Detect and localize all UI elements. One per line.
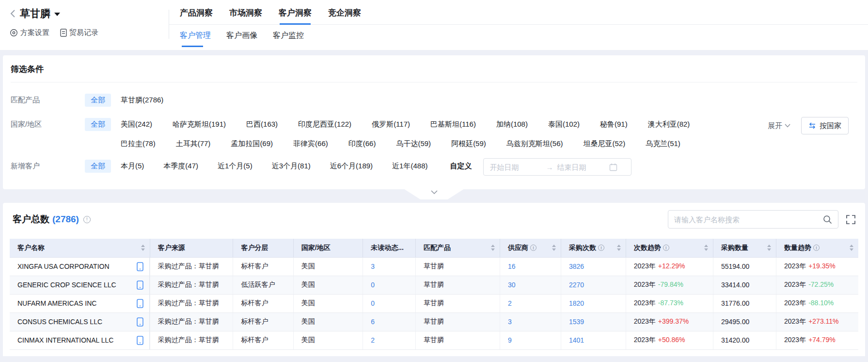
- unread-updates-link[interactable]: 6: [371, 318, 375, 326]
- column-header-6[interactable]: 供应商!: [500, 239, 561, 257]
- search-icon[interactable]: [823, 215, 832, 224]
- trade-records-button[interactable]: 贸易记录: [60, 28, 98, 37]
- filter-country-item[interactable]: 加纳(108): [496, 120, 528, 129]
- customer-name-cell: NUFARM AMERICAS INC: [10, 294, 150, 313]
- supplier-count-link[interactable]: 16: [508, 263, 516, 270]
- contact-phone-icon[interactable]: [137, 336, 143, 345]
- trade-records-label: 贸易记录: [69, 28, 98, 37]
- filter-country-item[interactable]: 俄罗斯(117): [372, 120, 410, 129]
- filter-period-item[interactable]: 近3个月(81): [272, 162, 311, 171]
- title-dropdown-icon[interactable]: [54, 13, 60, 16]
- filter-country-item[interactable]: 秘鲁(91): [600, 120, 628, 129]
- document-icon: [60, 29, 67, 37]
- filter-country-item[interactable]: 印度尼西亚(122): [298, 120, 351, 129]
- filter-country-item[interactable]: 阿根廷(59): [451, 139, 486, 148]
- supplier-count-link[interactable]: 9: [508, 336, 512, 344]
- filter-country-item[interactable]: 哈萨克斯坦(191): [173, 120, 226, 129]
- sort-icon[interactable]: [549, 245, 556, 251]
- sub-tab-2[interactable]: 客户监控: [273, 31, 304, 47]
- custom-date-option[interactable]: 自定义: [450, 162, 472, 171]
- filter-country-item[interactable]: 印度(66): [348, 139, 376, 148]
- main-tab-label: 竞企洞察: [328, 8, 361, 17]
- sort-icon[interactable]: [847, 245, 853, 251]
- unread-updates-link[interactable]: 0: [371, 281, 375, 289]
- by-country-button[interactable]: 按国家: [801, 117, 849, 134]
- supplier-count-link[interactable]: 30: [508, 281, 516, 289]
- filter-country-item[interactable]: 澳大利亚(82): [648, 120, 690, 129]
- scheme-settings-button[interactable]: 方案设置: [10, 28, 49, 37]
- unread-updates-link[interactable]: 3: [371, 263, 375, 270]
- purchase-quantity-cell: 31420.00: [713, 331, 776, 349]
- column-header-5[interactable]: 匹配产品: [416, 239, 500, 257]
- date-range-picker[interactable]: →: [483, 158, 631, 176]
- filter-country-item[interactable]: 土耳其(77): [176, 139, 211, 148]
- sub-tab-0[interactable]: 客户管理: [180, 31, 211, 47]
- collapse-filter-button[interactable]: [405, 189, 464, 199]
- times-trend-cell: 2023年-79.84%: [626, 276, 713, 294]
- purchase-times-link[interactable]: 2270: [569, 281, 584, 289]
- start-date-input[interactable]: [489, 163, 542, 171]
- filter-country-all-chip[interactable]: 全部: [85, 118, 111, 131]
- filter-country-item[interactable]: 菲律宾(66): [293, 139, 328, 148]
- filter-product-item[interactable]: 草甘膦(2786): [121, 96, 163, 105]
- sub-tabs: 客户管理客户画像客户监控: [169, 25, 868, 47]
- column-header-9[interactable]: 采购数量: [713, 239, 776, 257]
- sort-icon[interactable]: [614, 245, 621, 251]
- sort-icon[interactable]: [701, 245, 708, 251]
- filter-period-item[interactable]: 近1个月(5): [218, 162, 253, 171]
- contact-phone-icon[interactable]: [137, 317, 143, 327]
- column-label: 供应商: [508, 244, 528, 252]
- filter-country-item[interactable]: 孟加拉国(69): [231, 139, 273, 148]
- contact-phone-icon[interactable]: [137, 262, 143, 271]
- sort-icon[interactable]: [138, 245, 145, 251]
- supplier-count-link[interactable]: 2: [508, 299, 512, 307]
- filter-country-item[interactable]: 美国(242): [121, 120, 152, 129]
- filter-period-item[interactable]: 近6个月(189): [330, 162, 373, 171]
- main-tab-0[interactable]: 产品洞察: [180, 7, 213, 24]
- sort-icon[interactable]: [764, 245, 771, 251]
- main-tab-3[interactable]: 竞企洞察: [328, 7, 361, 24]
- unread-updates-cell: 0: [363, 294, 416, 313]
- product-header-block: 草甘膦 方案设置 贸易记录: [10, 7, 98, 37]
- filter-country-item[interactable]: 泰国(102): [548, 120, 580, 129]
- sub-tab-1[interactable]: 客户画像: [226, 31, 257, 47]
- contact-phone-icon[interactable]: [137, 280, 143, 290]
- column-header-10[interactable]: 数量趋势!: [776, 239, 859, 257]
- purchase-times-link[interactable]: 1539: [569, 318, 584, 326]
- filter-country-item[interactable]: 巴基斯坦(116): [430, 120, 476, 129]
- filter-country-item[interactable]: 巴拉圭(78): [121, 139, 156, 148]
- back-icon[interactable]: [10, 9, 16, 18]
- sort-icon[interactable]: [488, 245, 495, 251]
- customer-name-cell: CINMAX INTERNATIONAL LLC: [10, 331, 150, 349]
- trend-percent: +399.37%: [658, 317, 689, 325]
- filter-country-item[interactable]: 巴西(163): [246, 120, 278, 129]
- customer-search-box[interactable]: [668, 210, 838, 229]
- filter-period-item[interactable]: 本月(5): [121, 162, 144, 171]
- filter-newcustomer-all-chip[interactable]: 全部: [85, 160, 111, 173]
- expand-button[interactable]: 展开: [768, 121, 790, 131]
- unread-updates-link[interactable]: 0: [371, 299, 375, 307]
- purchase-times-link[interactable]: 3826: [569, 263, 584, 270]
- purchase-times-link[interactable]: 1401: [569, 336, 584, 344]
- filter-period-item[interactable]: 近1年(488): [392, 162, 427, 171]
- filter-country-item[interactable]: 坦桑尼亚(52): [584, 139, 626, 148]
- filter-product-all-chip[interactable]: 全部: [85, 94, 111, 107]
- main-tab-1[interactable]: 市场洞察: [229, 7, 262, 24]
- column-header-8[interactable]: 次数趋势!: [626, 239, 713, 257]
- filter-country-item[interactable]: 乌兹别克斯坦(56): [506, 139, 563, 148]
- filter-country-item[interactable]: 乌干达(59): [396, 139, 431, 148]
- unread-updates-link[interactable]: 2: [371, 336, 375, 344]
- trend-year-label: 2023年: [634, 336, 656, 344]
- column-header-7[interactable]: 采购次数!: [561, 239, 626, 257]
- supplier-count-link[interactable]: 3: [508, 318, 512, 326]
- column-header-0[interactable]: 客户名称: [10, 239, 150, 257]
- customer-search-input[interactable]: [674, 215, 823, 224]
- main-tab-2[interactable]: 客户洞察: [279, 7, 312, 24]
- fullscreen-icon[interactable]: [846, 215, 855, 224]
- purchase-times-link[interactable]: 1820: [569, 299, 584, 307]
- contact-phone-icon[interactable]: [137, 299, 143, 308]
- matched-product-cell: 草甘膦: [416, 313, 500, 331]
- filter-country-item[interactable]: 乌克兰(51): [646, 139, 680, 148]
- end-date-input[interactable]: [557, 163, 609, 171]
- filter-period-item[interactable]: 本季度(47): [163, 162, 198, 171]
